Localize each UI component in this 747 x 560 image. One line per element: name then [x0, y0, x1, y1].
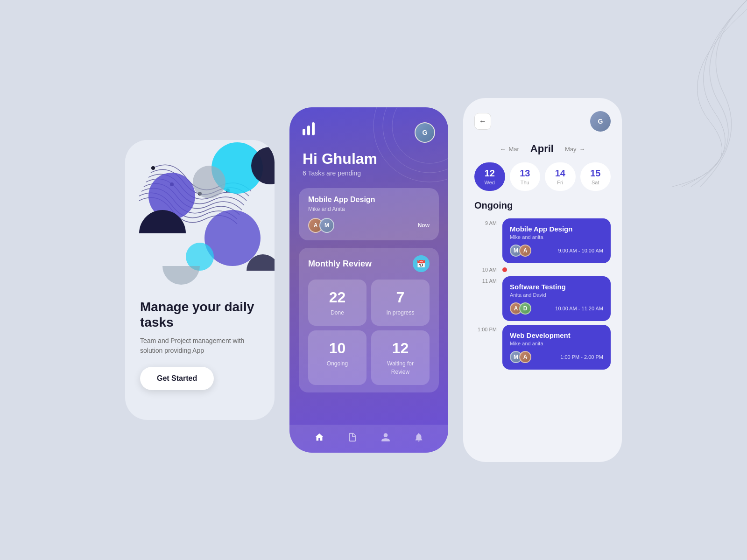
calendar-icon-button[interactable]: 📅: [413, 255, 430, 272]
task-footer: A M Now: [308, 218, 430, 233]
event-3-footer: M A 1:00 PM - 2.00 PM: [510, 351, 603, 363]
date-13-day: Thu: [514, 180, 537, 185]
svg-rect-15: [307, 126, 310, 135]
month-nav: ← Mar April May →: [463, 139, 622, 162]
stat-ongoing: 10 Ongoing: [308, 330, 366, 385]
event-3-avatars: M A: [510, 351, 529, 363]
cal-user-avatar: G: [590, 111, 611, 132]
date-15[interactable]: 15 Sat: [580, 162, 611, 191]
time-dot: [502, 267, 507, 272]
ongoing-section: Ongoing 9 AM Mobile App Design Mike and …: [463, 200, 622, 462]
monthly-review-section: Monthly Review 📅 22 Done 7 In progress 1…: [299, 248, 439, 392]
stat-ongoing-number: 10: [316, 340, 359, 357]
time-indicator-label: 10 AM: [474, 267, 497, 273]
event-1-avatars: M A: [510, 245, 529, 257]
event-web-development[interactable]: Web Development Mike and anita M A 1:00 …: [502, 325, 611, 370]
nav-home[interactable]: [314, 432, 324, 445]
event-3-avatar-anita: A: [519, 351, 531, 363]
date-12-day: Wed: [478, 180, 501, 185]
time-indicator: 10 AM: [474, 267, 611, 273]
time-label-11am: 11 AM: [474, 276, 497, 284]
svg-point-13: [374, 107, 448, 182]
time-indicator-line: [502, 267, 611, 272]
next-month-button[interactable]: May →: [565, 146, 585, 153]
event-row-2: 11 AM Software Testing Anita and David A…: [474, 276, 611, 321]
bottom-nav: [289, 425, 448, 453]
event-2-sub: Anita and David: [510, 292, 603, 298]
time-label-1pm: 1:00 PM: [474, 325, 497, 332]
onboarding-card: Manage your daily tasks Team and Project…: [125, 140, 275, 420]
prev-month-button[interactable]: ← Mar: [500, 146, 519, 153]
dash-bg-decoration: [355, 107, 448, 201]
avatar-mike: M: [319, 218, 334, 233]
event-3-time: 1:00 PM - 2.00 PM: [560, 354, 603, 360]
cal-avatar-img: G: [590, 111, 611, 132]
ongoing-title: Ongoing: [474, 200, 611, 211]
event-1-time: 9.00 AM - 10.00 AM: [558, 248, 603, 253]
task-subtitle: Mike and Anita: [308, 206, 430, 212]
stat-done-number: 22: [316, 289, 359, 306]
dashboard-card: G Hi Ghulam 6 Tasks are pending Mobile A…: [289, 107, 448, 453]
stat-done: 22 Done: [308, 280, 366, 326]
svg-point-1: [151, 166, 155, 170]
event-1-sub: Mike and anita: [510, 234, 603, 240]
art-section: [125, 140, 275, 288]
nav-files[interactable]: [347, 432, 358, 445]
date-14[interactable]: 14 Fri: [545, 162, 576, 191]
event-2-avatars: A D: [510, 302, 529, 315]
nav-notifications[interactable]: [414, 432, 424, 445]
task-avatars: A M: [308, 218, 331, 233]
date-12-num: 12: [478, 168, 501, 179]
calendar-card: ← G ← Mar April May → 12 Wed 13 Thu 14 F…: [463, 98, 622, 462]
event-2-avatar-david: D: [519, 302, 531, 315]
back-button[interactable]: ←: [474, 113, 491, 130]
next-month-label: May: [565, 146, 577, 153]
svg-point-11: [392, 107, 448, 163]
stat-inprogress-number: 7: [379, 289, 422, 306]
time-label-9am: 9 AM: [474, 218, 497, 226]
event-2-title: Software Testing: [510, 283, 603, 291]
date-15-num: 15: [584, 168, 607, 179]
date-12[interactable]: 12 Wed: [474, 162, 505, 191]
cal-header: ← G: [463, 98, 622, 139]
date-15-day: Sat: [584, 180, 607, 185]
current-month: April: [530, 143, 554, 155]
event-3-title: Web Development: [510, 331, 603, 339]
date-14-day: Fri: [549, 180, 572, 185]
event-row-3: 1:00 PM Web Development Mike and anita M…: [474, 325, 611, 370]
date-14-num: 14: [549, 168, 572, 179]
onboard-title: Manage your daily tasks: [140, 299, 260, 330]
date-13[interactable]: 13 Thu: [510, 162, 541, 191]
svg-point-8: [193, 166, 226, 198]
event-1-footer: M A 9.00 AM - 10.00 AM: [510, 245, 603, 257]
stat-waiting: 12 Waiting for Review: [371, 330, 430, 385]
dash-logo: [303, 122, 319, 139]
stats-grid: 22 Done 7 In progress 10 Ongoing 12 Wait…: [308, 280, 430, 385]
task-time: Now: [418, 222, 430, 229]
monthly-title: Monthly Review: [308, 259, 372, 269]
event-row-1: 9 AM Mobile App Design Mike and anita M …: [474, 218, 611, 263]
onboard-text-section: Manage your daily tasks Team and Project…: [125, 288, 275, 401]
stat-inprogress-label: In progress: [386, 309, 414, 316]
stat-waiting-label: Waiting for Review: [387, 360, 414, 375]
stat-inprogress: 7 In progress: [371, 280, 430, 326]
prev-month-label: Mar: [508, 146, 519, 153]
stat-done-label: Done: [331, 309, 344, 316]
event-2-time: 10.00 AM - 11.20 AM: [555, 306, 603, 311]
date-13-num: 13: [514, 168, 537, 179]
event-software-testing[interactable]: Software Testing Anita and David A D 10.…: [502, 276, 611, 321]
svg-point-12: [383, 107, 448, 173]
date-row: 12 Wed 13 Thu 14 Fri 15 Sat: [463, 162, 622, 200]
svg-rect-16: [312, 122, 315, 135]
monthly-header: Monthly Review 📅: [308, 255, 430, 272]
svg-rect-14: [303, 129, 305, 135]
event-1-title: Mobile App Design: [510, 225, 603, 233]
stat-ongoing-label: Ongoing: [327, 360, 348, 367]
nav-profile[interactable]: [381, 432, 391, 445]
get-started-button[interactable]: Get Started: [140, 367, 214, 390]
stat-waiting-number: 12: [379, 340, 422, 357]
event-2-footer: A D 10.00 AM - 11.20 AM: [510, 302, 603, 315]
onboard-subtitle: Team and Project management with solutio…: [140, 336, 260, 356]
time-line: [510, 270, 611, 270]
event-mobile-app-design[interactable]: Mobile App Design Mike and anita M A 9.0…: [502, 218, 611, 263]
